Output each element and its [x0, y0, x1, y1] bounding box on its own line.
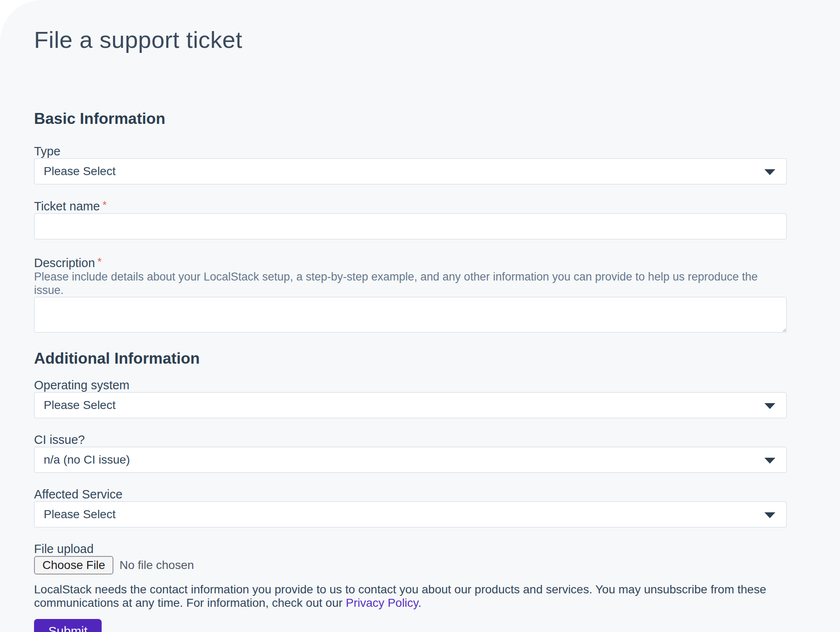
description-label: Description* [34, 254, 787, 270]
ticket-name-label-text: Ticket name [34, 199, 100, 213]
support-ticket-form: File a support ticket Basic Information … [0, 26, 840, 632]
page-background: File a support ticket Basic Information … [0, 0, 840, 632]
type-select-value: Please Select [44, 165, 116, 178]
operating-system-label: Operating system [34, 378, 787, 392]
chevron-down-icon [764, 512, 775, 518]
chevron-down-icon [764, 403, 775, 409]
choose-file-button[interactable]: Choose File [34, 556, 113, 574]
required-asterisk: * [102, 199, 107, 211]
page-title: File a support ticket [34, 26, 787, 53]
operating-system-select-value: Please Select [44, 399, 116, 412]
ci-issue-select-value: n/a (no CI issue) [44, 453, 130, 467]
chevron-down-icon [764, 169, 775, 175]
ci-issue-label: CI issue? [34, 433, 787, 447]
ci-issue-select[interactable]: n/a (no CI issue) [34, 447, 787, 473]
section-heading-additional-information: Additional Information [34, 349, 787, 368]
description-help-text: Please include details about your LocalS… [34, 270, 787, 297]
file-upload-label: File upload [34, 542, 787, 556]
section-heading-basic-information: Basic Information [34, 110, 787, 128]
required-asterisk: * [97, 255, 102, 268]
description-textarea[interactable] [34, 297, 787, 333]
consent-text-after: . [418, 596, 422, 609]
affected-service-select-value: Please Select [44, 508, 116, 521]
file-chosen-status: No file chosen [119, 559, 194, 572]
type-select[interactable]: Please Select [34, 158, 787, 184]
chevron-down-icon [764, 458, 775, 464]
operating-system-select[interactable]: Please Select [34, 392, 787, 418]
ticket-name-input[interactable] [34, 213, 787, 239]
affected-service-label: Affected Service [34, 487, 787, 501]
affected-service-select[interactable]: Please Select [34, 501, 787, 527]
ticket-name-label: Ticket name* [34, 198, 787, 213]
type-label: Type [34, 144, 787, 158]
consent-text: LocalStack needs the contact information… [34, 583, 787, 610]
privacy-policy-link[interactable]: Privacy Policy [346, 596, 418, 609]
description-label-text: Description [34, 256, 95, 270]
file-upload-input[interactable]: Choose File No file chosen [34, 556, 787, 574]
submit-button[interactable]: Submit [34, 619, 102, 632]
